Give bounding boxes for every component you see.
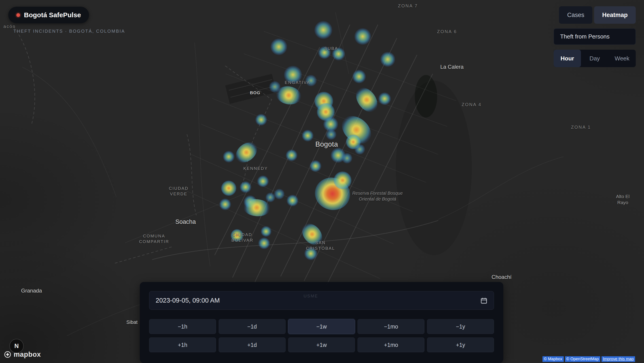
heatmap-point [380,52,395,67]
heatmap-point [354,144,365,155]
heatmap-point [336,110,376,149]
heatmap-point [257,175,269,187]
heatmap-point [311,174,354,214]
heatmap-point [274,189,285,199]
heatmap-point [314,21,332,39]
heatmap-point [269,81,281,93]
interval-week-tab[interactable]: Week [608,50,636,67]
heatmap-point [223,151,234,162]
heatmap-point [270,39,287,55]
heatmap-point [334,171,352,189]
heatmap-point [352,70,366,83]
heatmap-point [244,195,257,208]
heatmap-point [326,129,336,140]
map-attribution: © Mapbox © OpenStreetMap Improve this ma… [542,356,635,362]
heatmap-point [261,226,272,237]
heatmap-point [317,103,335,121]
heatmap-point [286,150,298,161]
datetime-value: 2023-09-05, 09:00 AM [156,297,220,304]
shift-minus-1w-button[interactable]: −1w [288,319,355,334]
shift-plus-1h-button[interactable]: +1h [149,337,216,352]
heatmap-point [258,237,270,249]
app-subtitle: THEFT INCIDENTS · BOGOTÁ, COLOMBIA [14,29,125,34]
calendar-icon[interactable] [480,297,488,304]
cases-tab[interactable]: Cases [559,6,592,24]
heatmap-point [298,220,326,249]
heatmap-point [342,153,352,164]
compass-label: N [14,343,19,349]
app-root: ZONA 7ZONA 6ZONA 4ZONA 1acónSUBAENGATIVA… [0,0,644,363]
heatmap-point [304,247,317,260]
mapbox-logo-text: mapbox [14,350,41,358]
heatmap-point [310,160,321,172]
heatmap-point [314,92,333,111]
view-toggle: Cases Heatmap [559,6,636,24]
heatmap-point [305,75,317,86]
heatmap-point [221,181,236,196]
shift-minus-1h-button[interactable]: −1h [149,319,216,334]
heatmap-point [318,46,331,59]
attribution-mapbox[interactable]: © Mapbox [542,356,564,362]
shift-plus-1d-button[interactable]: +1d [219,337,286,352]
heatmap-point [255,114,267,126]
shift-minus-1mo-button[interactable]: −1mo [358,319,424,334]
interval-hour-tab[interactable]: Hour [554,50,581,67]
category-select-value: Theft from Persons [560,33,610,40]
category-select[interactable]: Theft from Persons [554,29,636,45]
heatmap-point [346,135,361,149]
shift-plus-1y-button[interactable]: +1y [427,337,494,352]
app-title: Bogotá SafePulse [24,11,81,19]
heatmap-point [352,84,382,116]
heatmap-point [354,28,371,45]
heatmap-point [242,198,271,217]
interval-day-tab[interactable]: Day [581,50,608,67]
shift-minus-1y-button[interactable]: −1y [427,319,494,334]
heatmap-point [232,138,261,167]
time-panel: 2023-09-05, 09:00 AM −1h −1d −1w −1mo −1… [140,282,503,363]
heatmap-point [331,148,346,163]
heatmap-point [240,181,251,193]
app-badge: Bogotá SafePulse [8,7,89,23]
status-dot [16,13,20,17]
heatmap-point [332,48,345,61]
time-shift-buttons: −1h −1d −1w −1mo −1y +1h +1d +1w +1mo +1… [149,319,494,352]
shift-plus-1mo-button[interactable]: +1mo [358,337,424,352]
heatmap-point [287,195,298,206]
mapbox-logo[interactable]: mapbox [4,350,41,358]
heatmap-point [275,84,302,106]
attribution-osm[interactable]: © OpenStreetMap [565,356,600,362]
shift-plus-1w-button[interactable]: +1w [288,337,355,352]
mapbox-logo-icon [4,350,12,358]
heatmap-point [378,92,391,105]
interval-toggle: Hour Day Week [554,50,636,67]
heatmap-point [219,198,231,210]
datetime-input[interactable]: 2023-09-05, 09:00 AM [149,291,494,310]
heatmap-point [302,130,314,141]
heatmap-point [266,192,275,202]
attribution-improve-link[interactable]: Improve this map [602,356,635,362]
heatmap-point [284,66,302,84]
heatmap-point [323,117,338,132]
heatmap-tab[interactable]: Heatmap [594,6,636,24]
shift-minus-1d-button[interactable]: −1d [219,319,286,334]
heatmap-point [231,229,243,242]
